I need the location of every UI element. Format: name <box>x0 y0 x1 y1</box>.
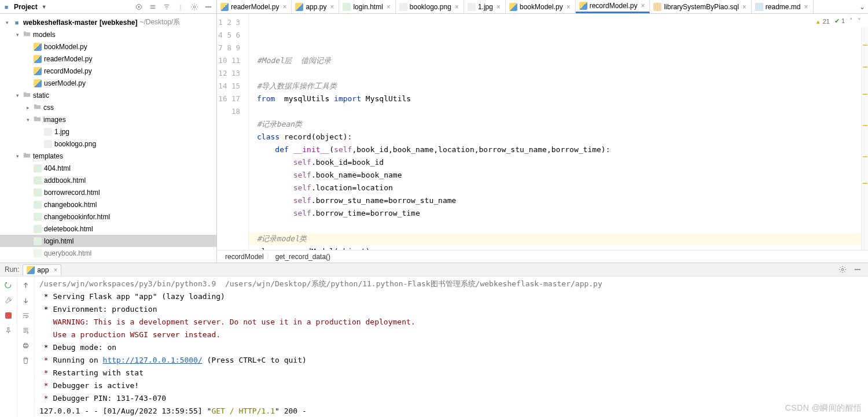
wrench-icon[interactable] <box>3 295 14 305</box>
tree-row[interactable]: ▾webkesheflask-master [webkeshe] ~/Deskt… <box>0 16 216 28</box>
down-arrow-icon[interactable] <box>21 295 31 305</box>
close-icon[interactable]: × <box>329 3 335 11</box>
tree-row[interactable]: addbook.html <box>0 174 216 186</box>
breadcrumb[interactable]: recordModel 〉 get_record_data() <box>217 250 868 263</box>
pin-icon[interactable] <box>3 325 14 335</box>
trash-icon[interactable] <box>21 355 31 366</box>
tree-chevron-icon[interactable]: ▾ <box>14 93 21 98</box>
run-toolbar-secondary <box>17 276 35 417</box>
close-icon[interactable]: × <box>741 3 748 11</box>
tree-chevron-icon[interactable]: ▾ <box>14 153 21 159</box>
close-icon[interactable]: × <box>281 3 288 11</box>
tree-row[interactable]: 404.html <box>0 162 216 174</box>
tree-label: changebook.html <box>44 201 97 209</box>
console-output[interactable]: /users/wjn/workspaces/py3/bin/python3.9 … <box>35 276 868 417</box>
editor-body[interactable]: 1 2 3 4 5 6 7 8 9 10 11 12 13 14 15 16 1… <box>217 14 868 250</box>
tree-label: static <box>33 91 49 99</box>
editor-tab[interactable]: recordModel.py× <box>576 0 650 13</box>
file-icon <box>34 201 42 209</box>
tree-row[interactable]: changebookinfor.html <box>0 211 216 223</box>
close-icon[interactable]: × <box>495 3 502 11</box>
folder-icon <box>23 152 31 161</box>
hide-icon[interactable] <box>852 264 863 275</box>
editor-tab[interactable]: booklogo.png× <box>396 0 464 13</box>
print-icon[interactable] <box>21 340 31 350</box>
svg-point-1 <box>138 6 140 8</box>
stop-button[interactable] <box>3 310 14 320</box>
hide-icon[interactable] <box>203 1 214 13</box>
soft-wrap-icon[interactable] <box>21 310 31 320</box>
editor-tab[interactable]: login.html× <box>339 0 395 13</box>
close-icon[interactable]: × <box>385 3 392 11</box>
run-header: Run: app × <box>0 263 868 276</box>
tree-row[interactable]: 1.jpg <box>0 126 216 138</box>
close-icon[interactable]: × <box>803 3 810 11</box>
editor-tab[interactable]: app.py× <box>292 0 339 13</box>
tree-row[interactable]: borrowrecord.html <box>0 186 216 198</box>
tree-row[interactable]: bookModel.py <box>0 40 216 53</box>
tree-row[interactable]: ▾templates <box>0 150 216 162</box>
tree-row[interactable]: recordModel.py <box>0 65 216 77</box>
run-tab-label: app <box>37 266 49 274</box>
run-tab[interactable]: app × <box>23 264 61 275</box>
divider: | <box>175 1 186 13</box>
editor-tab[interactable]: readerModel.py× <box>217 0 292 13</box>
tree-row[interactable]: ▾static <box>0 89 216 101</box>
code-area[interactable]: #Model层 借阅记录 #导入数据库操作工具类from mysqlUtils … <box>249 14 868 250</box>
tree-label: models <box>33 31 56 39</box>
project-icon <box>2 3 10 11</box>
close-icon[interactable]: × <box>565 3 572 11</box>
collapse-all-icon[interactable] <box>161 1 172 13</box>
tab-label: recordModel.py <box>590 2 638 10</box>
tree-row[interactable]: readerModel.py <box>0 53 216 65</box>
main-split: ▾webkesheflask-master [webkeshe] ~/Deskt… <box>0 14 868 263</box>
tab-label: 1.jpg <box>478 3 493 11</box>
tree-row[interactable]: userModel.py <box>0 77 216 89</box>
expand-all-icon[interactable] <box>147 1 159 13</box>
tree-row[interactable]: booklogo.png <box>0 138 216 150</box>
breadcrumb-item[interactable]: recordModel <box>225 253 264 261</box>
editor-tab[interactable]: 1.jpg× <box>464 0 506 13</box>
close-icon[interactable]: × <box>53 266 57 274</box>
tree-row[interactable]: querybook.html <box>0 247 216 259</box>
rerun-icon[interactable] <box>3 280 14 290</box>
scroll-to-end-icon[interactable] <box>21 325 31 335</box>
file-icon <box>34 237 42 245</box>
editor-tab[interactable]: bookModel.py× <box>506 0 576 13</box>
editor-tab[interactable]: librarySystemByPiao.sql× <box>650 0 751 13</box>
tabs-overflow-chevron-icon[interactable]: ⌄ <box>856 0 868 13</box>
breadcrumb-item[interactable]: get_record_data() <box>275 253 330 261</box>
file-icon <box>579 2 587 10</box>
tree-row[interactable]: ▾models <box>0 28 216 40</box>
tree-label: changebookinfor.html <box>44 213 110 221</box>
svg-point-3 <box>841 268 844 271</box>
folder-icon <box>23 30 31 39</box>
close-icon[interactable]: × <box>639 2 646 10</box>
tree-chevron-icon[interactable]: ▾ <box>3 20 10 25</box>
file-icon <box>34 189 42 197</box>
tree-chevron-icon[interactable]: ▾ <box>24 117 31 123</box>
close-icon[interactable]: × <box>454 3 460 11</box>
error-stripe[interactable] <box>861 27 868 250</box>
dropdown-icon[interactable]: ▼ <box>42 4 47 10</box>
gear-icon[interactable] <box>837 264 848 275</box>
tree-label: userModel.py <box>44 79 86 87</box>
up-arrow-icon[interactable] <box>21 280 31 290</box>
editor-tab[interactable]: readme.md× <box>752 0 814 13</box>
tree-chevron-icon[interactable]: ▾ <box>14 32 21 38</box>
tree-row[interactable]: ▾images <box>0 113 216 126</box>
file-icon <box>343 3 351 11</box>
tree-row[interactable]: changebook.html <box>0 198 216 211</box>
file-icon <box>34 213 42 221</box>
tree-row[interactable]: ▸css <box>0 101 216 113</box>
tree-label: login.html <box>44 237 73 245</box>
tree-label: bookModel.py <box>44 43 87 51</box>
tree-chevron-icon[interactable]: ▸ <box>24 105 31 110</box>
file-icon <box>399 3 407 11</box>
tree-label: 1.jpg <box>54 128 69 136</box>
tree-label: readerModel.py <box>44 55 92 63</box>
gear-icon[interactable] <box>189 1 200 13</box>
locate-icon[interactable] <box>133 1 145 13</box>
tree-row[interactable]: login.html <box>0 235 216 247</box>
tree-row[interactable]: deletebook.html <box>0 223 216 235</box>
